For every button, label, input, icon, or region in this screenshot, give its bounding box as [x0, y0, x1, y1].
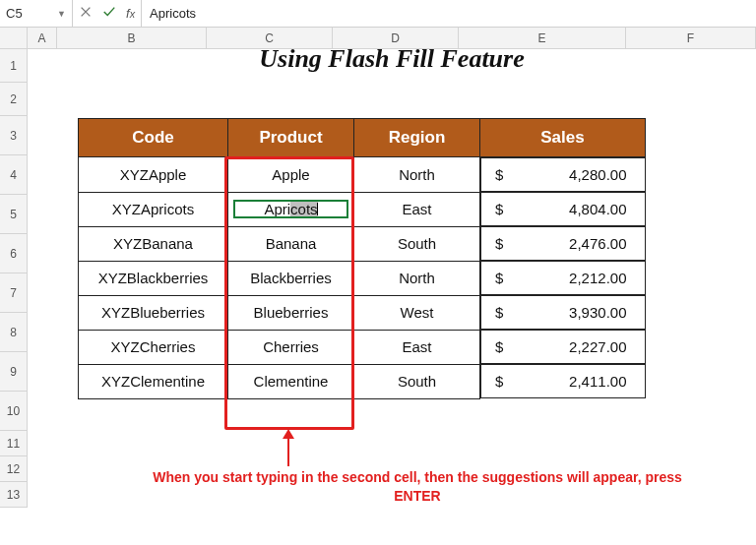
- formula-bar-text: Apricots: [150, 6, 196, 21]
- row-headers: 1 2 3 4 5 6 7 8 9 10 11 12 13: [0, 49, 28, 508]
- row-header[interactable]: 5: [0, 195, 28, 234]
- table-row: XYZCherriesCherriesEast$2,227.00: [79, 330, 646, 364]
- cell-region[interactable]: East: [354, 192, 480, 226]
- chevron-down-icon[interactable]: ▼: [57, 9, 66, 19]
- cell-code[interactable]: XYZBanana: [79, 226, 228, 261]
- cell-product[interactable]: Apple: [228, 157, 354, 193]
- header-product[interactable]: Product: [228, 119, 354, 157]
- fx-icon[interactable]: fx: [126, 6, 135, 21]
- cell-sales[interactable]: $2,476.00: [480, 226, 646, 261]
- cell-region[interactable]: North: [354, 261, 480, 295]
- data-table: Code Product Region Sales XYZAppleAppleN…: [78, 118, 646, 399]
- header-region[interactable]: Region: [354, 119, 480, 157]
- cell-product-suggestion[interactable]: Blackberries: [228, 261, 354, 295]
- row-header[interactable]: 11: [0, 431, 28, 456]
- cell-code[interactable]: XYZClementine: [79, 364, 228, 398]
- cell-sales[interactable]: $2,212.00: [480, 261, 646, 295]
- col-header[interactable]: A: [28, 28, 57, 49]
- sales-value: 2,476.00: [569, 235, 626, 252]
- col-header[interactable]: D: [333, 28, 459, 49]
- row-header[interactable]: 1: [0, 49, 28, 83]
- cell-sales[interactable]: $3,930.00: [480, 295, 646, 330]
- row-header[interactable]: 9: [0, 352, 28, 392]
- row-header[interactable]: 7: [0, 273, 28, 313]
- sales-value: 4,280.00: [569, 166, 626, 183]
- currency-symbol: $: [495, 166, 503, 183]
- cell-product-suggestion[interactable]: Cherries: [228, 330, 354, 364]
- currency-symbol: $: [495, 235, 503, 252]
- currency-symbol: $: [495, 304, 503, 321]
- select-all-corner[interactable]: [0, 28, 28, 49]
- col-header[interactable]: F: [626, 28, 756, 49]
- row-header[interactable]: 4: [0, 155, 28, 195]
- cell-region[interactable]: South: [354, 226, 480, 261]
- table-row: XYZBlueberriesBlueberriesWest$3,930.00: [79, 295, 646, 330]
- cell-region[interactable]: East: [354, 330, 480, 364]
- cell-product-suggestion[interactable]: Blueberries: [228, 295, 354, 330]
- cell-sales[interactable]: $4,804.00: [480, 192, 646, 226]
- col-header[interactable]: C: [207, 28, 333, 49]
- cell-sales[interactable]: $2,227.00: [480, 330, 646, 364]
- currency-symbol: $: [495, 201, 503, 217]
- row-header[interactable]: 6: [0, 234, 28, 273]
- row-header[interactable]: 12: [0, 456, 28, 482]
- sales-value: 3,930.00: [569, 304, 626, 321]
- table-row: XYZClementineClementineSouth$2,411.00: [79, 364, 646, 398]
- cell-product-suggestion[interactable]: Banana: [228, 226, 354, 261]
- formula-bar-buttons: fx: [73, 0, 142, 27]
- row-header[interactable]: 10: [0, 392, 28, 431]
- cell-region[interactable]: South: [354, 364, 480, 398]
- cell-product-editing[interactable]: Apricots: [228, 192, 354, 226]
- enter-icon[interactable]: [102, 5, 116, 22]
- header-code[interactable]: Code: [79, 119, 228, 157]
- sales-value: 2,411.00: [569, 373, 626, 390]
- cell-code[interactable]: XYZApricots: [79, 192, 228, 226]
- row-header[interactable]: 2: [0, 83, 28, 116]
- currency-symbol: $: [495, 338, 503, 355]
- cell-region[interactable]: North: [354, 157, 480, 193]
- cell-code[interactable]: XYZBlackberries: [79, 261, 228, 295]
- arrow-icon: [287, 431, 289, 466]
- table-row: XYZApricotsApricotsEast$4,804.00: [79, 192, 646, 226]
- cell-region[interactable]: West: [354, 295, 480, 330]
- formula-bar: C5 ▼ fx Apricots: [0, 0, 756, 28]
- cell-product-suggestion[interactable]: Clementine: [228, 364, 354, 398]
- header-sales[interactable]: Sales: [480, 119, 646, 157]
- currency-symbol: $: [495, 373, 503, 390]
- data-table-wrap: Code Product Region Sales XYZAppleAppleN…: [78, 118, 645, 399]
- table-row: XYZBananaBananaSouth$2,476.00: [79, 226, 646, 261]
- cell-code[interactable]: XYZBlueberries: [79, 295, 228, 330]
- cell-code[interactable]: XYZApple: [79, 157, 228, 193]
- currency-symbol: $: [495, 270, 503, 286]
- cancel-icon[interactable]: [79, 5, 93, 22]
- cell-code[interactable]: XYZCherries: [79, 330, 228, 364]
- name-box[interactable]: C5 ▼: [0, 0, 73, 27]
- cell-sales[interactable]: $2,411.00: [480, 364, 646, 398]
- row-header[interactable]: 8: [0, 313, 28, 352]
- formula-bar-input[interactable]: Apricots: [142, 0, 756, 27]
- sales-value: 2,212.00: [569, 270, 626, 286]
- col-header[interactable]: B: [57, 28, 207, 49]
- sales-value: 4,804.00: [569, 201, 626, 217]
- row-header[interactable]: 13: [0, 482, 28, 508]
- annotation-text: When you start typing in the second cell…: [138, 468, 697, 506]
- sales-value: 2,227.00: [569, 338, 626, 355]
- col-header[interactable]: E: [459, 28, 626, 49]
- cell-sales[interactable]: $4,280.00: [480, 157, 646, 192]
- row-header[interactable]: 3: [0, 116, 28, 155]
- table-row: XYZAppleAppleNorth$4,280.00: [79, 157, 646, 193]
- name-box-value: C5: [6, 6, 23, 21]
- table-row: XYZBlackberriesBlackberriesNorth$2,212.0…: [79, 261, 646, 295]
